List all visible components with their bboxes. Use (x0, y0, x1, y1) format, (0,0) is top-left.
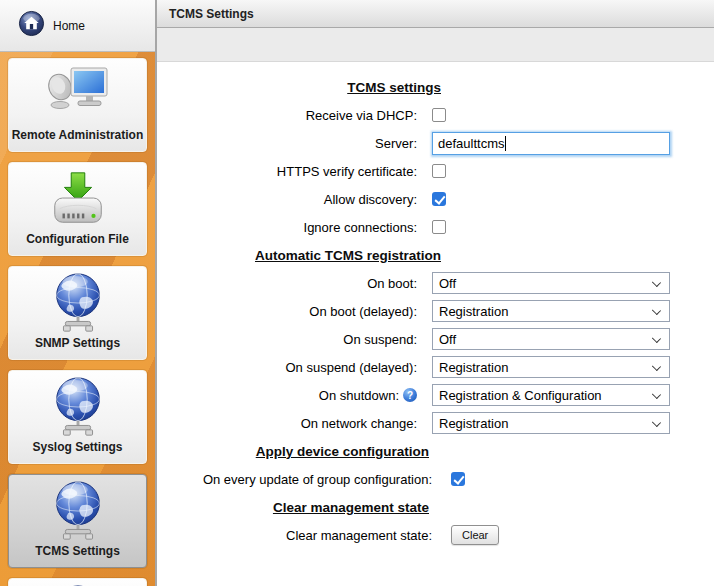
form-row-server: Server: defaulttcms (157, 129, 714, 157)
sidebar-tile-syslog-settings[interactable]: Syslog Settings (8, 370, 147, 464)
chevron-down-icon (652, 362, 661, 371)
field-label: Ignore connections: (304, 220, 417, 235)
field-label: Clear management state: (286, 528, 432, 543)
field-label: On network change: (301, 416, 417, 431)
on-network-change-select[interactable]: Registration (432, 412, 670, 434)
section-heading-automatic-tcms-registration: Automatic TCMS registration (157, 248, 441, 263)
section-heading-row: TCMS settings (157, 73, 714, 101)
remote-administration-icon (9, 64, 146, 118)
section-heading-row: Clear management state (157, 493, 714, 521)
content-pane: TCMS Settings TCMS settings Receive via … (155, 0, 714, 586)
field-label: Allow discovery: (324, 192, 417, 207)
receive-via-dhcp-checkbox[interactable] (432, 108, 446, 122)
sidebar-tile-partial[interactable] (8, 578, 147, 586)
sidebar-item-home[interactable]: Home (0, 0, 155, 52)
selected-value: Registration & Configuration (439, 388, 602, 403)
field-label: On every update of group configuration: (203, 472, 432, 487)
tcms-settings-window: Home (0, 0, 714, 586)
server-input-value: defaulttcms (438, 136, 504, 151)
form-row-clear-management-state: Clear management state: Clear (157, 521, 714, 549)
server-input[interactable]: defaulttcms (432, 132, 670, 155)
selected-value: Off (439, 332, 456, 347)
home-label: Home (53, 19, 85, 33)
on-boot-delayed-select[interactable]: Registration (432, 300, 670, 322)
sidebar-tile-tcms-settings[interactable]: TCMS Settings (8, 474, 147, 568)
section-heading-tcms-settings: TCMS settings (157, 80, 441, 95)
form-row-receive-via-dhcp: Receive via DHCP: (157, 101, 714, 129)
tile-label: Syslog Settings (32, 440, 122, 454)
home-icon (18, 10, 45, 41)
field-label: Server: (375, 136, 417, 151)
form-row-on-boot-delayed: On boot (delayed): Registration (157, 297, 714, 325)
section-heading-row: Automatic TCMS registration (157, 241, 714, 269)
selected-value: Registration (439, 360, 508, 375)
globe-network-icon (9, 376, 146, 440)
group-config-update-checkbox[interactable] (451, 472, 465, 486)
section-heading-clear-management-state: Clear management state (157, 500, 429, 515)
tcms-settings-form: TCMS settings Receive via DHCP: Server: … (157, 62, 714, 549)
on-boot-select[interactable]: Off (432, 272, 670, 294)
sidebar-tile-snmp-settings[interactable]: SNMP Settings (8, 266, 147, 360)
globe-network-icon (9, 480, 146, 544)
chevron-down-icon (652, 306, 661, 315)
field-label: On shutdown: (319, 388, 399, 403)
chevron-down-icon (652, 418, 661, 427)
field-label: Receive via DHCP: (306, 108, 417, 123)
form-row-on-network-change: On network change: Registration (157, 409, 714, 437)
field-label: On boot (delayed): (309, 304, 417, 319)
help-icon[interactable]: ? (403, 388, 417, 402)
tile-label: SNMP Settings (35, 336, 120, 350)
on-suspend-select[interactable]: Off (432, 328, 670, 350)
sidebar-tile-remote-administration[interactable]: Remote Administration (8, 58, 147, 152)
form-row-on-boot: On boot: Off (157, 269, 714, 297)
on-suspend-delayed-select[interactable]: Registration (432, 356, 670, 378)
https-verify-certificate-checkbox[interactable] (432, 164, 446, 178)
selected-value: Registration (439, 304, 508, 319)
field-label: On suspend: (343, 332, 417, 347)
field-label: HTTPS verify certificate: (277, 164, 417, 179)
tile-label: Configuration File (26, 232, 129, 246)
form-row-on-shutdown: On shutdown: ? Registration & Configurat… (157, 381, 714, 409)
configuration-file-icon (9, 168, 146, 230)
content-subheader (157, 28, 714, 62)
selected-value: Registration (439, 416, 508, 431)
section-heading-apply-device-configuration: Apply device configuration (157, 444, 429, 459)
text-caret (505, 136, 506, 151)
field-label: On suspend (delayed): (285, 360, 417, 375)
on-shutdown-select[interactable]: Registration & Configuration (432, 384, 670, 406)
chevron-down-icon (652, 278, 661, 287)
allow-discovery-checkbox[interactable] (432, 192, 446, 206)
form-row-ignore-connections: Ignore connections: (157, 213, 714, 241)
clear-button[interactable]: Clear (451, 525, 499, 545)
form-row-on-suspend-delayed: On suspend (delayed): Registration (157, 353, 714, 381)
chevron-down-icon (652, 334, 661, 343)
ignore-connections-checkbox[interactable] (432, 220, 446, 234)
sidebar: Home (0, 0, 155, 586)
form-row-allow-discovery: Allow discovery: (157, 185, 714, 213)
sidebar-tiles: Remote Administration (0, 52, 155, 586)
content-header: TCMS Settings (157, 0, 714, 28)
form-row-group-config-update: On every update of group configuration: (157, 465, 714, 493)
form-row-https-verify-certificate: HTTPS verify certificate: (157, 157, 714, 185)
page-title: TCMS Settings (169, 7, 254, 21)
section-heading-row: Apply device configuration (157, 437, 714, 465)
sidebar-tile-configuration-file[interactable]: Configuration File (8, 162, 147, 256)
tile-label: TCMS Settings (35, 544, 120, 558)
tile-label: Remote Administration (12, 128, 144, 142)
selected-value: Off (439, 276, 456, 291)
chevron-down-icon (652, 390, 661, 399)
form-row-on-suspend: On suspend: Off (157, 325, 714, 353)
field-label: On boot: (367, 276, 417, 291)
globe-network-icon (9, 272, 146, 336)
